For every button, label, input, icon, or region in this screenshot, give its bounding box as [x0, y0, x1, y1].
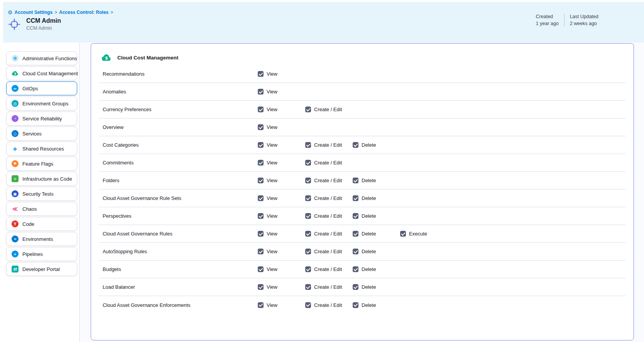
- permission-checkbox-checked[interactable]: [258, 160, 264, 166]
- permission-checkbox-checked[interactable]: [305, 231, 311, 237]
- permission-checkbox-checked[interactable]: [305, 302, 311, 308]
- permission-checkbox-checked[interactable]: [353, 195, 358, 201]
- permission-label[interactable]: View: [267, 284, 277, 290]
- permission-label[interactable]: Create / Edit: [314, 302, 342, 308]
- sidebar-item-environment-groups[interactable]: ◎Environment Groups: [6, 97, 77, 110]
- permission-label[interactable]: Create / Edit: [314, 178, 342, 183]
- sidebar-item-label: Administrative Functions: [22, 56, 77, 61]
- sidebar-item-pipelines[interactable]: »Pipelines: [6, 247, 77, 261]
- page-header: ⚙ Account Settings > Access Control: Rol…: [3, 2, 644, 42]
- permission-checkbox-checked[interactable]: [353, 302, 358, 308]
- sidebar-item-security-tests[interactable]: ◉Security Tests: [6, 187, 77, 201]
- permission-checkbox-checked[interactable]: [353, 284, 358, 290]
- permission-checkbox-checked[interactable]: [258, 195, 264, 201]
- permission-label[interactable]: View: [267, 213, 277, 219]
- sidebar-item-environments[interactable]: ≈Environments: [6, 232, 77, 246]
- permission-cell: View: [258, 195, 305, 201]
- permission-label[interactable]: Create / Edit: [314, 107, 342, 112]
- permission-checkbox-checked[interactable]: [353, 178, 358, 183]
- permission-label[interactable]: Delete: [362, 231, 376, 237]
- permission-checkbox-checked[interactable]: [353, 249, 358, 254]
- permission-label[interactable]: View: [267, 71, 277, 77]
- sidebar-item-chaos[interactable]: ≪Chaos: [6, 202, 77, 216]
- permission-checkbox-checked[interactable]: [305, 178, 311, 183]
- permission-label[interactable]: View: [267, 249, 277, 254]
- resource-label: Cloud Asset Governance Enforcements: [103, 302, 258, 308]
- permission-label[interactable]: Delete: [362, 266, 376, 272]
- permission-label[interactable]: Create / Edit: [314, 195, 342, 201]
- breadcrumb-access-control-roles[interactable]: Access Control: Roles: [59, 10, 108, 15]
- permission-checkbox-checked[interactable]: [258, 231, 264, 237]
- permission-label[interactable]: Delete: [362, 178, 376, 183]
- permission-label[interactable]: Delete: [362, 284, 376, 290]
- permission-label[interactable]: Execute: [409, 231, 427, 237]
- permission-label[interactable]: View: [267, 142, 277, 148]
- permission-checkbox-checked[interactable]: [305, 160, 311, 166]
- permission-checkbox-checked[interactable]: [258, 266, 264, 272]
- sidebar-item-label: Shared Resources: [22, 146, 64, 152]
- permission-checkbox-checked[interactable]: [258, 71, 264, 77]
- permission-checkbox-checked[interactable]: [305, 213, 311, 219]
- breadcrumb-separator: >: [54, 10, 57, 15]
- permission-label[interactable]: View: [267, 124, 277, 130]
- permission-checkbox-checked[interactable]: [353, 231, 358, 237]
- permission-checkbox-checked[interactable]: [258, 89, 264, 95]
- permission-checkbox-checked[interactable]: [258, 302, 264, 308]
- sidebar-item-developer-portal[interactable]: ⇄Developer Portal: [6, 262, 77, 276]
- permission-cell: Delete: [353, 142, 400, 148]
- sidebar-item-services[interactable]: ◇Services: [6, 127, 77, 141]
- permission-label[interactable]: View: [267, 89, 277, 95]
- permission-label[interactable]: Create / Edit: [314, 249, 342, 254]
- permission-checkbox-checked[interactable]: [305, 107, 311, 112]
- permission-checkbox-checked[interactable]: [305, 266, 311, 272]
- permission-checkbox-checked[interactable]: [258, 249, 264, 254]
- sidebar-item-code[interactable]: YCode: [6, 217, 77, 231]
- permission-label[interactable]: Delete: [362, 142, 376, 148]
- permission-checkbox-checked[interactable]: [258, 142, 264, 148]
- permission-label[interactable]: View: [267, 231, 277, 237]
- permission-label[interactable]: View: [267, 195, 277, 201]
- breadcrumb-account-settings[interactable]: Account Settings: [15, 10, 53, 15]
- permission-label[interactable]: View: [267, 178, 277, 183]
- chaos-icon: ≪: [12, 205, 19, 212]
- permission-row: FoldersViewCreate / EditDelete: [99, 172, 626, 190]
- permission-label[interactable]: View: [267, 107, 277, 112]
- permission-label[interactable]: Create / Edit: [314, 266, 342, 272]
- permission-checkbox-checked[interactable]: [258, 284, 264, 290]
- permission-checkbox-checked[interactable]: [353, 266, 358, 272]
- permission-checkbox-checked[interactable]: [258, 124, 264, 130]
- permission-checkbox-checked[interactable]: [305, 284, 311, 290]
- permission-label[interactable]: View: [267, 160, 277, 166]
- permission-cell: Delete: [353, 266, 400, 272]
- permission-checkbox-checked[interactable]: [353, 142, 358, 148]
- permission-checkbox-checked[interactable]: [258, 107, 264, 112]
- sidebar-item-shared-resources[interactable]: ◆Shared Resources: [6, 142, 77, 156]
- permission-label[interactable]: Delete: [362, 302, 376, 308]
- sidebar-item-label: Feature Flags: [22, 161, 53, 167]
- permission-label[interactable]: Create / Edit: [314, 213, 342, 219]
- sidebar-item-gitops[interactable]: ∞GitOps: [6, 81, 77, 95]
- permission-row: PerspectivesViewCreate / EditDelete: [99, 207, 626, 225]
- permission-checkbox-checked[interactable]: [258, 178, 264, 183]
- permission-label[interactable]: Delete: [362, 249, 376, 254]
- permission-checkbox-checked[interactable]: [400, 231, 406, 237]
- permission-label[interactable]: Create / Edit: [314, 142, 342, 148]
- permission-label[interactable]: Create / Edit: [314, 231, 342, 237]
- sidebar-item-service-reliability[interactable]: ◔Service Reliability: [6, 112, 77, 125]
- last-updated-meta: Last Updated 2 weeks ago: [570, 14, 598, 26]
- sidebar-item-administrative-functions[interactable]: ⚙Administrative Functions: [6, 51, 77, 65]
- permission-label[interactable]: Delete: [362, 195, 376, 201]
- permission-checkbox-checked[interactable]: [305, 195, 311, 201]
- permission-label[interactable]: View: [267, 266, 277, 272]
- permission-checkbox-checked[interactable]: [305, 142, 311, 148]
- permission-checkbox-checked[interactable]: [353, 213, 358, 219]
- permission-label[interactable]: View: [267, 302, 277, 308]
- permission-checkbox-checked[interactable]: [305, 249, 311, 254]
- sidebar-item-infrastructure-as-code[interactable]: ≡Infrastructure as Code: [6, 172, 77, 186]
- sidebar-item-feature-flags[interactable]: ⚑Feature Flags: [6, 157, 77, 171]
- permission-label[interactable]: Create / Edit: [314, 284, 342, 290]
- permission-checkbox-checked[interactable]: [258, 213, 264, 219]
- permission-label[interactable]: Delete: [362, 213, 376, 219]
- sidebar-item-cloud-cost-management[interactable]: $Cloud Cost Management: [6, 66, 77, 80]
- permission-label[interactable]: Create / Edit: [314, 160, 342, 166]
